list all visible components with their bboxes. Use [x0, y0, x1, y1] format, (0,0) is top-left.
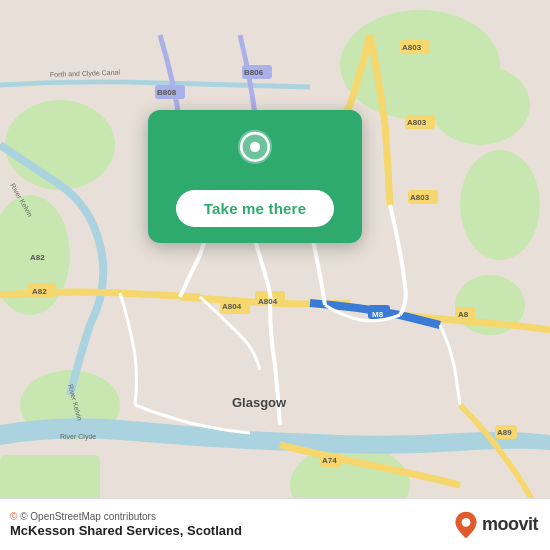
svg-text:A804: A804: [258, 297, 278, 306]
bottom-bar-info: © © OpenStreetMap contributors McKesson …: [10, 511, 242, 538]
svg-text:A804: A804: [222, 302, 242, 311]
svg-text:A8: A8: [458, 310, 469, 319]
location-pin-icon: [231, 128, 279, 176]
svg-text:B808: B808: [157, 88, 177, 97]
svg-text:A82: A82: [32, 287, 47, 296]
svg-point-3: [5, 100, 115, 190]
map-container: A82 A804 M8 A8 A803 A803 A803 B808 B806 …: [0, 0, 550, 550]
svg-text:A803: A803: [407, 118, 427, 127]
svg-text:A803: A803: [410, 193, 430, 202]
svg-point-41: [250, 142, 260, 152]
svg-text:A803: A803: [402, 43, 422, 52]
svg-text:M8: M8: [372, 310, 384, 319]
svg-text:B806: B806: [244, 68, 264, 77]
svg-text:River Clyde: River Clyde: [60, 433, 96, 441]
osm-attribution: © © OpenStreetMap contributors: [10, 511, 242, 522]
moovit-pin-icon: [453, 510, 479, 540]
bottom-bar: © © OpenStreetMap contributors McKesson …: [0, 498, 550, 550]
svg-text:A74: A74: [322, 456, 337, 465]
svg-text:A89: A89: [497, 428, 512, 437]
svg-text:A82: A82: [30, 253, 45, 262]
map-background: A82 A804 M8 A8 A803 A803 A803 B808 B806 …: [0, 0, 550, 550]
location-card: Take me there: [148, 110, 362, 243]
svg-point-5: [460, 150, 540, 260]
moovit-brand-text: moovit: [482, 514, 538, 535]
location-name: McKesson Shared Services, Scotland: [10, 523, 242, 538]
take-me-there-button[interactable]: Take me there: [176, 190, 334, 227]
svg-point-42: [462, 517, 471, 526]
svg-point-2: [430, 65, 530, 145]
moovit-logo: moovit: [453, 510, 538, 540]
